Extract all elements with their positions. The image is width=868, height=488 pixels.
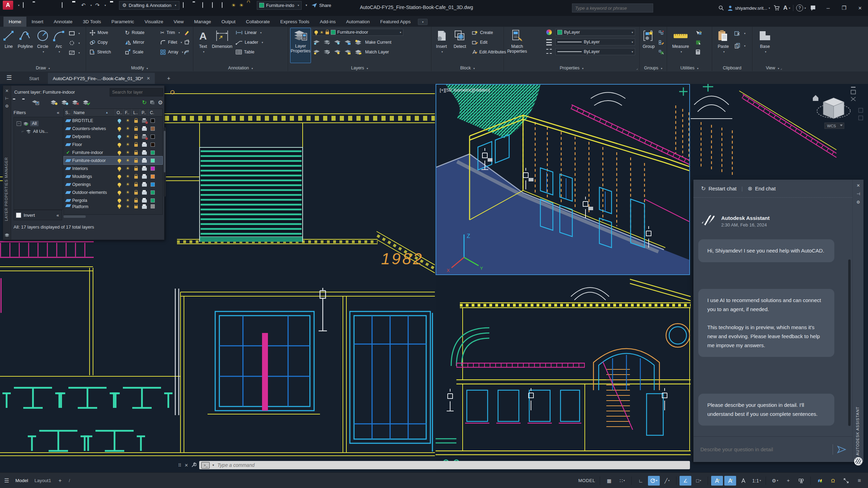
layer-lock-toggle[interactable] xyxy=(134,206,138,208)
annotation-monitor-icon[interactable]: ＋ xyxy=(782,476,794,486)
end-chat-button[interactable]: ⊗End chat xyxy=(748,185,776,192)
cut-icon[interactable]: ▾ xyxy=(734,29,745,37)
tab-start[interactable]: Start xyxy=(24,73,44,84)
layer-unisolate-icon[interactable] xyxy=(323,50,330,54)
rotate-button[interactable]: ↻Rotate xyxy=(125,29,144,36)
command-input[interactable] xyxy=(217,462,688,468)
linetype-chevron-icon[interactable]: ▼ xyxy=(305,4,308,7)
layer-row[interactable]: ✓Furniture-outdoor☀ xyxy=(64,156,162,164)
user-name[interactable]: shiyamdev.srit... xyxy=(735,6,767,11)
layer-freeze-toggle[interactable]: ☀ xyxy=(126,126,130,131)
layer-isolate-icon[interactable] xyxy=(323,40,330,45)
layer-plot-toggle[interactable] xyxy=(142,136,147,139)
layer-plot-toggle[interactable] xyxy=(142,191,147,195)
arc-button[interactable]: Arc▾ xyxy=(51,28,66,54)
block-create-button[interactable]: Create xyxy=(472,29,493,36)
new-layout-button[interactable]: ＋ xyxy=(57,477,62,484)
command-bar-grip[interactable]: ⠿ ✕ xyxy=(175,462,199,468)
layer-color-swatch[interactable] xyxy=(151,198,155,203)
layer-dropdown[interactable]: ☀ Furniture-indoor ▾ xyxy=(312,29,403,36)
tab-document[interactable]: AutoCAD-FY25_Fire-...-Book-Cafe_01_3D* ✕ xyxy=(48,73,155,84)
layer-lock-toggle[interactable] xyxy=(134,176,138,179)
tree-collapse-icon[interactable]: − xyxy=(17,121,21,126)
layer-freeze-toggle[interactable]: ☀ xyxy=(126,134,130,139)
customize-wrench-icon[interactable] xyxy=(191,462,196,468)
dimension-button[interactable]: Dimension xyxy=(211,28,233,49)
layer-row[interactable]: ✓BRDTITLE☀ xyxy=(64,117,162,125)
layer-lock-toggle[interactable] xyxy=(134,120,138,123)
layer-on-toggle[interactable] xyxy=(118,119,121,122)
layer-plot-toggle[interactable] xyxy=(142,144,147,147)
redo-chevron-icon[interactable]: ▾ xyxy=(104,4,106,7)
grid-icon[interactable]: ▦ xyxy=(603,476,615,486)
tab-parametric[interactable]: Parametric xyxy=(106,17,139,27)
doc-window-controls[interactable] xyxy=(851,87,856,101)
layer-row[interactable]: ✓Furniture-indoor☀ xyxy=(64,148,162,156)
tab-visualize[interactable]: Visualize xyxy=(139,17,168,27)
insert-button[interactable]: Insert▾ xyxy=(433,28,449,54)
ortho-icon[interactable]: ∟ xyxy=(635,476,647,486)
layer-lock-toggle[interactable] xyxy=(134,144,138,147)
filters-collapse-icon[interactable]: « xyxy=(57,110,59,115)
make-current-icon[interactable] xyxy=(355,40,362,45)
doc-close-icon[interactable] xyxy=(851,97,856,101)
viewport-front-elevation[interactable] xyxy=(436,276,691,472)
command-history-chevron-icon[interactable]: ▼ xyxy=(212,464,214,467)
lineweight-dropdown[interactable]: ByLayer▾ xyxy=(555,38,635,45)
measure-button[interactable]: Measure▾ xyxy=(670,28,691,54)
batch-plot-icon[interactable] xyxy=(109,2,116,8)
viewcube[interactable] xyxy=(813,95,850,119)
layer-lock-toggle[interactable] xyxy=(134,192,138,195)
layer-plot-toggle[interactable] xyxy=(142,160,147,163)
isolate-objects-icon[interactable] xyxy=(795,476,807,486)
chat-input[interactable] xyxy=(700,446,828,453)
layer-search-input[interactable] xyxy=(110,90,170,95)
draw-panel-footer[interactable]: Draw ▾ xyxy=(0,66,86,70)
layer-plot-toggle[interactable] xyxy=(142,120,147,123)
plot-icon[interactable] xyxy=(71,2,78,8)
autodesk-a-icon[interactable]: A xyxy=(783,5,787,11)
save-to-mobile-icon[interactable] xyxy=(62,2,68,8)
layer-color-swatch[interactable] xyxy=(151,151,155,155)
annotation-scale-value[interactable]: 1:1▾ xyxy=(751,476,762,486)
copy-button[interactable]: Copy xyxy=(90,38,108,46)
help-search-input[interactable] xyxy=(572,4,653,12)
group-select-icon[interactable] xyxy=(658,48,664,56)
customization-icon[interactable]: ≡ xyxy=(853,476,865,486)
layer-on-toggle[interactable] xyxy=(118,159,121,162)
layer-lock-toggle[interactable] xyxy=(134,136,138,139)
layer-on-toggle[interactable] xyxy=(118,151,121,154)
array-button[interactable]: Array▾ xyxy=(160,48,183,56)
layout-menu-icon[interactable]: ☰ xyxy=(4,477,9,484)
open-from-web-icon[interactable] xyxy=(193,2,199,8)
revision-cloud-button[interactable]: ▾ xyxy=(69,39,80,47)
invert-checkbox[interactable] xyxy=(16,213,21,218)
viewport-se-isometric[interactable]: [+][SE Isometric][Hidden] xyxy=(436,84,690,275)
tab-insert[interactable]: Insert xyxy=(26,17,49,27)
model-space-button[interactable]: MODEL xyxy=(577,476,597,486)
tab-express-tools[interactable]: Express Tools xyxy=(275,17,315,27)
help-icon[interactable]: ? xyxy=(796,5,803,11)
invert-collapse-icon[interactable]: « xyxy=(57,213,59,218)
model-tab[interactable]: Model xyxy=(15,478,28,483)
minimize-button[interactable]: ─ xyxy=(820,3,836,13)
undo-chevron-icon[interactable]: ▾ xyxy=(91,4,92,7)
layer-on-toggle[interactable] xyxy=(118,183,121,186)
chat-autohide-icon[interactable]: ⊣ xyxy=(853,191,864,196)
palette-settings-icon[interactable]: ⚙ xyxy=(3,104,11,109)
layer-on-toggle[interactable] xyxy=(118,167,121,170)
layer-lock-toggle[interactable] xyxy=(134,200,138,203)
layer-freeze-toggle[interactable]: ☀ xyxy=(126,198,130,203)
redo-icon[interactable]: ↷ xyxy=(95,2,100,8)
light-bulb-icon[interactable]: ☀ xyxy=(231,2,236,8)
color-dropdown[interactable]: ByLayer▾ xyxy=(555,29,635,36)
properties-palette-icon[interactable] xyxy=(202,2,209,8)
viewport-side-region[interactable]: WCS xyxy=(691,84,868,180)
new-group-filter-icon[interactable] xyxy=(22,100,28,105)
layer-freeze-toggle[interactable]: ☀ xyxy=(126,150,130,155)
doc-minimize-icon[interactable] xyxy=(851,87,856,88)
leader-button[interactable]: Leader▾ xyxy=(236,38,263,46)
feedback-icon[interactable] xyxy=(810,5,816,11)
render-icon[interactable] xyxy=(212,2,218,8)
layer-color-swatch[interactable] xyxy=(151,204,155,208)
